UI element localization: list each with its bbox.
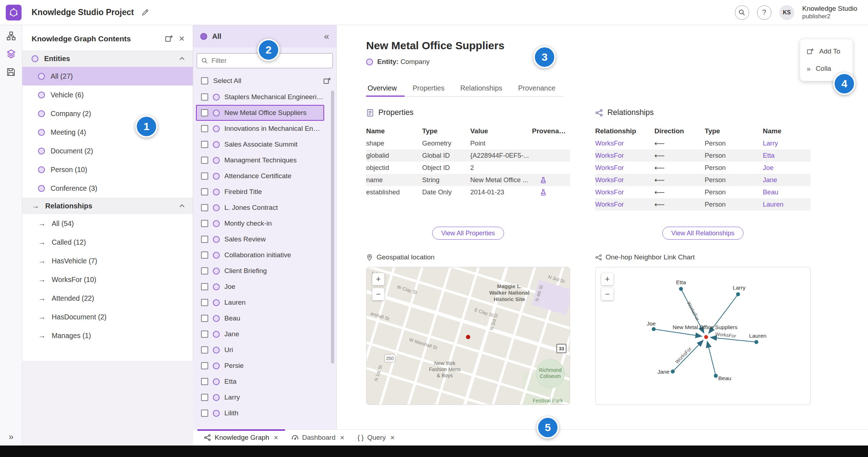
entity-list-item[interactable]: New Metal Office Suppliers: [196, 105, 324, 121]
help-button[interactable]: ?: [757, 5, 771, 20]
entity-checkbox[interactable]: [201, 172, 208, 180]
entity-checkbox[interactable]: [201, 315, 208, 322]
relationship-row[interactable]: WorksFor ⟵ Person Larry: [595, 137, 811, 149]
property-row[interactable]: name String New Metal Office ...: [366, 174, 570, 186]
entities-section-header[interactable]: Entities: [22, 50, 193, 67]
relationship-filter-item[interactable]: → Manages (1): [22, 326, 193, 345]
entity-filter-item[interactable]: Document (2): [22, 142, 193, 160]
relationship-link[interactable]: WorksFor: [595, 200, 654, 208]
entity-list-item[interactable]: Client Briefing: [196, 263, 324, 279]
entity-checkbox[interactable]: [201, 93, 208, 101]
scrollbar-thumb[interactable]: [331, 91, 334, 364]
relationship-filter-item[interactable]: → HasVehicle (7): [22, 251, 193, 270]
relationship-filter-item[interactable]: → Called (12): [22, 233, 193, 251]
relationship-link[interactable]: WorksFor: [595, 164, 654, 172]
detail-tab[interactable]: Overview: [366, 80, 405, 97]
relationship-row[interactable]: WorksFor ⟵ Person Lauren: [595, 198, 811, 211]
entity-list-item[interactable]: Sales Review: [196, 231, 324, 247]
detail-tab[interactable]: Provenance: [510, 80, 563, 97]
relationship-filter-item[interactable]: → Attended (22): [22, 289, 193, 308]
relationship-name-link[interactable]: Joe: [763, 164, 811, 172]
entity-list-item[interactable]: Lauren: [196, 295, 324, 310]
entity-list-item[interactable]: Uri: [196, 342, 324, 358]
relationship-filter-item[interactable]: → All (54): [22, 214, 193, 233]
entity-checkbox[interactable]: [201, 299, 208, 306]
entity-checkbox[interactable]: [201, 378, 208, 385]
entity-filter-item[interactable]: Meeting (4): [22, 123, 193, 142]
tab-dashboard[interactable]: Dashboard ✕: [285, 430, 351, 446]
relationship-name-link[interactable]: Beau: [763, 188, 811, 196]
property-row[interactable]: shape Geometry Point: [366, 137, 570, 149]
relationship-row[interactable]: WorksFor ⟵ Person Beau: [595, 186, 811, 198]
entity-filter-item[interactable]: Person (10): [22, 160, 193, 179]
close-tab-icon[interactable]: ✕: [274, 434, 278, 441]
entity-checkbox[interactable]: [201, 204, 208, 211]
search-button[interactable]: [735, 5, 749, 20]
relationship-link[interactable]: WorksFor: [595, 152, 654, 160]
entity-filter-item[interactable]: Company (2): [22, 104, 193, 123]
entity-list-item[interactable]: Sales Associate Summit: [196, 137, 324, 152]
edit-title-button[interactable]: [141, 9, 149, 17]
entity-list-item[interactable]: Jane: [196, 326, 324, 342]
geospatial-map[interactable]: Maggie L. Walker National Historic Site …: [366, 267, 570, 405]
entity-filter-item[interactable]: All (27): [22, 67, 193, 86]
entity-list-item[interactable]: Etta: [196, 374, 324, 389]
tab-knowledge-graph[interactable]: Knowledge Graph ✕: [197, 430, 285, 446]
close-tab-icon[interactable]: ✕: [390, 434, 395, 441]
add-selection-button[interactable]: [323, 77, 331, 85]
add-to-new-button[interactable]: [165, 34, 173, 43]
select-all-checkbox[interactable]: [201, 77, 208, 84]
provenance-flask-icon[interactable]: [540, 177, 567, 184]
entity-checkbox[interactable]: [201, 362, 208, 369]
entity-list-item[interactable]: Beau: [196, 310, 324, 326]
chart-zoom-in-button[interactable]: +: [601, 273, 613, 285]
relationship-link[interactable]: WorksFor: [595, 176, 654, 184]
detail-tab[interactable]: Relationships: [452, 80, 510, 97]
entity-list-item[interactable]: Larry: [196, 389, 324, 405]
entity-checkbox[interactable]: [201, 125, 208, 132]
property-row[interactable]: globalid Global ID {A228944F-0EF5-...: [366, 149, 570, 162]
relationship-name-link[interactable]: Etta: [763, 152, 811, 160]
entity-list-item[interactable]: Persie: [196, 358, 324, 374]
map-zoom-in-button[interactable]: +: [372, 273, 384, 285]
entity-checkbox[interactable]: [201, 109, 208, 116]
entity-checkbox[interactable]: [201, 410, 208, 417]
property-row[interactable]: established Date Only 2014-01-23: [366, 186, 570, 198]
rail-save-icon[interactable]: [4, 65, 18, 79]
rail-data-model-icon[interactable]: [4, 29, 18, 43]
view-all-relationships-button[interactable]: View All Relationships: [662, 227, 743, 240]
map-zoom-out-button[interactable]: −: [372, 288, 384, 300]
app-logo-icon[interactable]: [6, 5, 22, 20]
provenance-flask-icon[interactable]: [540, 189, 567, 196]
link-chart[interactable]: WorksFor WorksFor WorksFor Etta Larry Jo…: [595, 267, 811, 405]
entity-filter-item[interactable]: Vehicle (6): [22, 86, 193, 104]
list-scrollbar[interactable]: [331, 91, 334, 429]
relationship-name-link[interactable]: Jane: [763, 176, 811, 184]
relationships-section-header[interactable]: → Relationships: [22, 198, 193, 214]
entity-checkbox[interactable]: [201, 267, 208, 274]
relationship-row[interactable]: WorksFor ⟵ Person Etta: [595, 149, 811, 162]
entity-checkbox[interactable]: [201, 251, 208, 259]
relationship-filter-item[interactable]: → HasDocument (2): [22, 308, 193, 326]
avatar[interactable]: KS: [779, 5, 794, 20]
relationship-row[interactable]: WorksFor ⟵ Person Joe: [595, 162, 811, 174]
collapse-panel-button[interactable]: «: [324, 31, 329, 42]
entity-checkbox[interactable]: [201, 157, 208, 164]
relationship-name-link[interactable]: Larry: [763, 139, 811, 147]
close-tab-icon[interactable]: ✕: [340, 434, 344, 441]
account-info[interactable]: Knowledge Studio publisher2: [802, 5, 857, 20]
relationship-filter-item[interactable]: → WorksFor (10): [22, 270, 193, 289]
relationship-link[interactable]: WorksFor: [595, 188, 654, 196]
entity-list-item[interactable]: Collaboration initiative: [196, 247, 324, 263]
relationship-name-link[interactable]: Lauren: [763, 200, 811, 208]
entity-list-item[interactable]: Montly check-in: [196, 216, 324, 231]
entity-list-item[interactable]: Managment Techniques: [196, 152, 324, 168]
entity-checkbox[interactable]: [201, 220, 208, 227]
entity-list-item[interactable]: Joe: [196, 279, 324, 295]
entity-list-item[interactable]: Staplers Mechanical Engineering: [196, 89, 324, 105]
entity-filter-item[interactable]: Conference (3): [22, 179, 193, 198]
entity-checkbox[interactable]: [201, 188, 208, 195]
entity-list-item[interactable]: Lilith: [196, 405, 324, 421]
tab-query[interactable]: { } Query ✕: [351, 430, 401, 446]
entity-list-item[interactable]: Firebird Title: [196, 184, 324, 200]
